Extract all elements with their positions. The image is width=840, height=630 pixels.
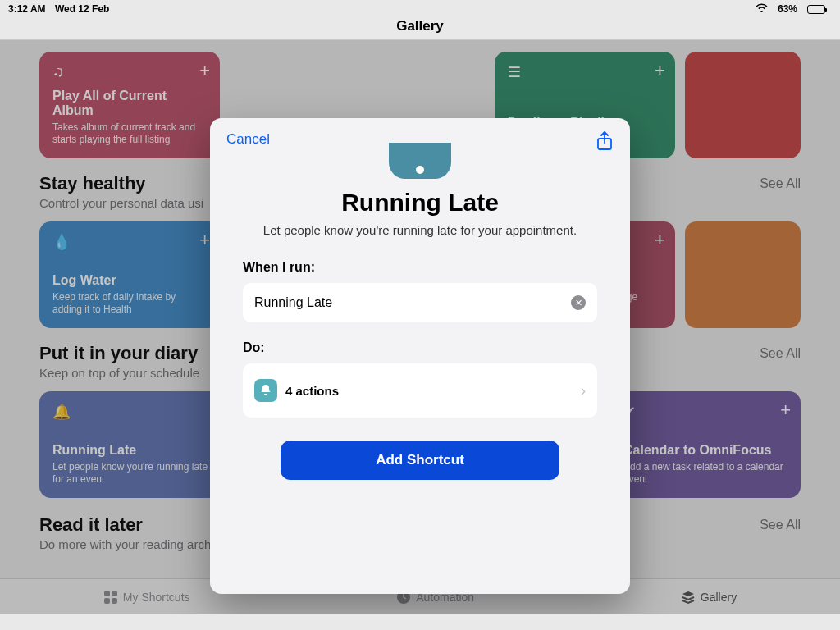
shortcut-app-icon xyxy=(389,143,451,179)
chevron-right-icon: › xyxy=(581,382,586,399)
when-i-run-label: When I run: xyxy=(243,260,597,275)
battery-icon xyxy=(807,5,825,14)
modal-title: Running Late xyxy=(210,189,630,217)
actions-count: 4 actions xyxy=(285,384,339,398)
page-title: Gallery xyxy=(0,18,840,39)
shortcut-name-input[interactable] xyxy=(254,295,571,310)
bell-icon xyxy=(254,379,277,402)
actions-row[interactable]: 4 actions › xyxy=(243,363,597,418)
wifi-icon xyxy=(756,3,768,15)
do-label: Do: xyxy=(243,340,597,355)
battery-percent: 63% xyxy=(778,3,797,15)
modal-tagline: Let people know you're running late for … xyxy=(210,223,630,237)
share-button[interactable] xyxy=(596,131,614,154)
add-shortcut-button[interactable]: Add Shortcut xyxy=(281,441,559,480)
status-bar: 3:12 AM Wed 12 Feb 63% xyxy=(0,0,840,18)
cancel-button[interactable]: Cancel xyxy=(226,131,270,154)
clear-icon[interactable]: ✕ xyxy=(571,295,586,310)
status-time: 3:12 AM xyxy=(8,3,46,15)
shortcut-name-field[interactable]: ✕ xyxy=(243,283,597,322)
shortcut-detail-modal: Cancel Running Late Let people know you'… xyxy=(210,118,630,594)
status-date: Wed 12 Feb xyxy=(55,3,109,15)
